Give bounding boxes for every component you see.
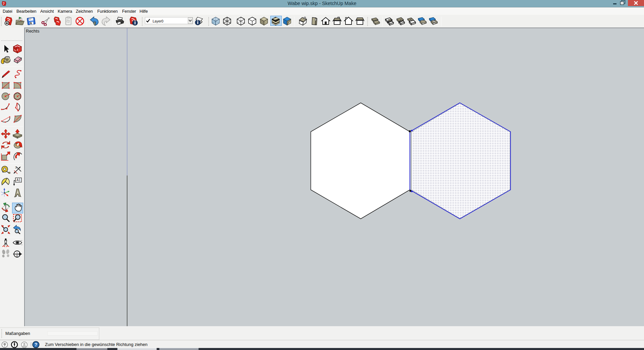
- svg-text:?: ?: [35, 342, 38, 347]
- svg-text:49: 49: [16, 255, 18, 257]
- svg-text:C: C: [16, 252, 18, 254]
- svg-text:A1: A1: [16, 178, 21, 182]
- svg-text:3: 3: [15, 166, 17, 169]
